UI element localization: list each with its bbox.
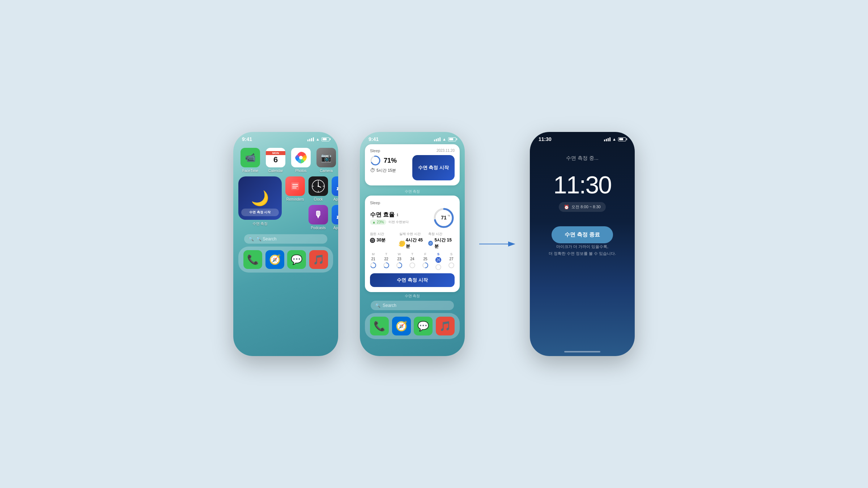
mic-hint: 마이크가 더 가까이 있을수록, 더 정확한 수면 정보를 볼 수 있습니다. xyxy=(530,243,635,271)
signal-icon-3 xyxy=(604,137,610,141)
app-grid-row1: 📹 FaceTime MON 6 Calendar xyxy=(233,144,338,176)
svg-point-34 xyxy=(410,263,415,268)
svg-text:71: 71 xyxy=(441,215,447,221)
app-reminders-label: Reminders xyxy=(286,197,304,201)
dock-phone-2[interactable]: 📞 xyxy=(370,317,389,335)
mic-hint-line1: 마이크가 더 가까이 있을수록, xyxy=(541,243,624,250)
app-appstore-1-label: App Store xyxy=(333,197,338,201)
status-time-2: 9:41 xyxy=(369,136,379,142)
app-sleep-widget[interactable]: 🌙 수면 측정 시작 수면 측정 xyxy=(238,176,282,226)
app-appstore-2[interactable]: App Store xyxy=(332,205,338,230)
dock-2: 📞 🧭 💬 🎵 xyxy=(365,313,460,339)
alarm-info: ⏰ 오전 8:00 ~ 8:30 xyxy=(559,202,605,212)
sleep-card-small-label: Sleep xyxy=(370,149,380,153)
search-bar-2[interactable]: 🔍 Search xyxy=(371,301,454,310)
start-sleep-btn-large[interactable]: 수면 측정 시작 xyxy=(370,273,455,287)
sleep-big-label: Sleep xyxy=(370,201,380,205)
app-appstore-2-label: App Store xyxy=(333,226,338,230)
app-calendar[interactable]: MON 6 Calendar xyxy=(266,148,285,173)
app-clock[interactable]: Clock xyxy=(309,176,328,201)
measuring-label: 수면 측정 중... xyxy=(566,155,598,162)
dock-1: 📞 🧭 💬 🎵 xyxy=(238,247,333,273)
wifi-icon-3: ▲ xyxy=(612,137,616,141)
day-ring-3 xyxy=(409,262,416,269)
sleep-time-label: 잠든 시간 xyxy=(370,232,396,236)
app-podcasts-label: Podcasts xyxy=(311,226,326,230)
actual-sleep-icon: 🌙 xyxy=(399,241,404,246)
home-indicator-3 xyxy=(564,351,600,352)
dock-messages-1[interactable]: 💬 xyxy=(287,250,306,269)
circle-chart-large: 71 % xyxy=(433,207,455,229)
status-icons-3: ▲ xyxy=(604,137,626,141)
widget-footer-2: 수면 측정 xyxy=(365,294,460,299)
arrow-connector xyxy=(479,239,515,249)
sleep-start-btn-home[interactable]: 수면 측정 시작 xyxy=(241,209,279,216)
app-photos[interactable]: Photos xyxy=(291,148,311,173)
day-ring-1 xyxy=(383,262,390,269)
sleep-stats: 잠든 시간 30분 xyxy=(370,232,455,249)
search-label-1: 🔍 Search xyxy=(256,236,276,241)
start-sleep-btn-small[interactable]: 수면 측정 시작 xyxy=(412,155,455,180)
status-icons-1: ▲ xyxy=(307,137,329,141)
app-clock-label: Clock xyxy=(314,197,323,201)
dock-safari-2[interactable]: 🧭 xyxy=(392,317,411,335)
sleep-eff-title: 수면 효율 xyxy=(370,211,395,219)
status-icons-2: ▲ xyxy=(434,137,456,141)
dock-music-1[interactable]: 🎵 xyxy=(309,250,328,269)
wifi-icon-1: ▲ xyxy=(316,137,320,141)
status-time-1: 9:41 xyxy=(242,136,252,142)
battery-icon-3 xyxy=(618,137,626,141)
app-appstore-1[interactable]: App Store xyxy=(332,176,338,201)
efficiency-ring-small xyxy=(370,155,381,166)
widget-area: Sleep 2023.11.20 71% xyxy=(360,144,465,299)
battery-icon-2 xyxy=(448,137,456,141)
app-podcasts[interactable]: 🎙 Podcasts xyxy=(309,205,328,230)
big-time-display: 11:30 xyxy=(553,172,611,197)
app-facetime[interactable]: 📹 FaceTime xyxy=(241,148,260,173)
sleep-card-large: Sleep 수면 효율 ℹ ▲ 23% 이전 수면보다 xyxy=(365,196,460,292)
search-icon-2: 🔍 xyxy=(375,303,380,308)
svg-point-2 xyxy=(299,156,303,159)
app-row2-group: Reminders xyxy=(285,176,305,201)
dock-phone-1[interactable]: 📞 xyxy=(243,250,262,269)
efficiency-value-small: 71% xyxy=(384,157,397,164)
phone-home-screen: 9:41 ▲ 📹 FaceTime xyxy=(233,132,338,356)
prev-label: 이전 수면보다 xyxy=(388,220,409,224)
dock-safari-1[interactable]: 🧭 xyxy=(265,250,284,269)
status-bar-2: 9:41 ▲ xyxy=(360,132,465,144)
week-calendar: M 21 T 22 xyxy=(370,252,455,270)
actual-sleep-val: 4시간 45분 xyxy=(406,237,426,249)
status-bar-1: 9:41 ▲ xyxy=(233,132,338,144)
appstore-svg-icon xyxy=(336,180,338,192)
photos-svg-icon xyxy=(294,150,308,165)
signal-icon-1 xyxy=(307,137,314,141)
sleep-time-icon xyxy=(370,238,375,243)
day-ring-0 xyxy=(370,262,376,269)
svg-marker-40 xyxy=(508,241,515,247)
phone-widget-screen: 9:41 ▲ Sleep 2023.11.20 xyxy=(360,132,465,356)
app-facetime-label: FaceTime xyxy=(242,169,258,173)
svg-point-37 xyxy=(436,265,441,270)
search-bar-1[interactable]: 🔍 🔍 Search xyxy=(244,234,327,244)
actual-sleep-label: 실제 수면 시간 xyxy=(399,232,426,236)
app-camera[interactable]: 📷 Camera xyxy=(316,148,336,173)
sleep-widget-label: 수면 측정 xyxy=(252,221,268,226)
status-bar-3: 11:30 ▲ xyxy=(530,132,635,144)
app-calendar-label: Calendar xyxy=(268,169,283,173)
signal-icon-2 xyxy=(434,137,441,141)
status-time-3: 11:30 xyxy=(539,136,552,142)
dock-messages-2[interactable]: 💬 xyxy=(414,317,433,335)
svg-point-38 xyxy=(449,263,454,268)
wifi-icon-2: ▲ xyxy=(442,137,446,141)
stop-sleep-btn[interactable]: 수면 측정 종료 xyxy=(552,226,613,243)
app-reminders-icon[interactable] xyxy=(285,176,305,196)
measure-time-label: 측정 시간 xyxy=(428,232,455,236)
dock-music-2[interactable]: 🎵 xyxy=(436,317,455,335)
measure-time-val: 5시간 15분 xyxy=(434,237,455,249)
battery-icon-1 xyxy=(322,137,329,141)
main-scene: 9:41 ▲ 📹 FaceTime xyxy=(233,132,635,356)
measure-time-icon: ⏱ xyxy=(428,241,433,246)
widget-footer-1: 수면 측정 xyxy=(365,189,460,194)
mic-hint-line2: 더 정확한 수면 정보를 볼 수 있습니다. xyxy=(541,250,624,257)
eff-change: ▲ 23% xyxy=(370,219,386,225)
